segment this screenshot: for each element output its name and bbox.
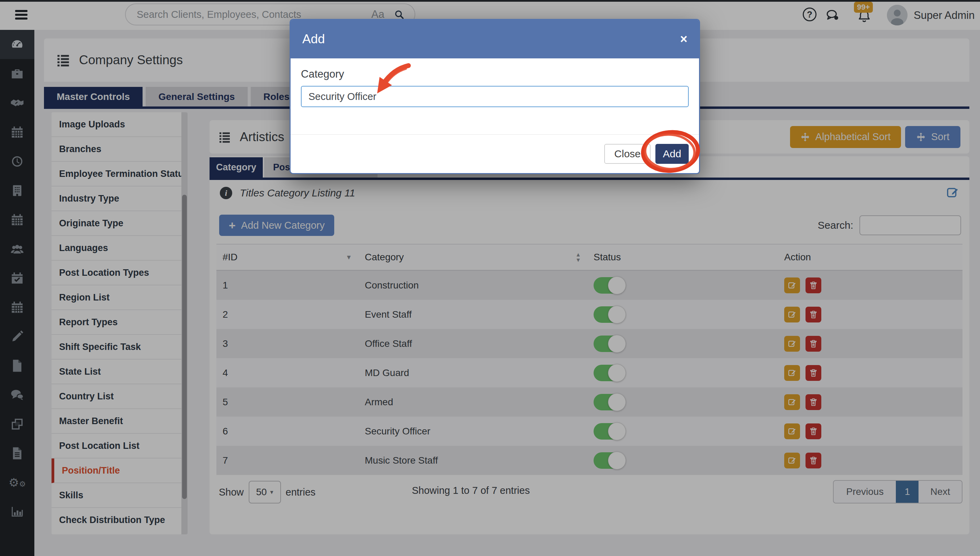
category-input[interactable] <box>301 86 689 107</box>
modal-add-button[interactable]: Add <box>655 144 689 164</box>
modal-header: Add × <box>291 20 699 58</box>
modal-footer: Close Add <box>291 134 699 173</box>
modal-close-button[interactable]: Close <box>604 144 650 164</box>
modal-title: Add <box>302 32 325 46</box>
modal-body: Category <box>291 58 699 107</box>
add-category-modal: Add × Category Close Add <box>289 19 700 174</box>
close-icon[interactable]: × <box>680 33 687 45</box>
category-field-label: Category <box>301 68 689 80</box>
app-root: Aa ? 99+ Super Admin <box>0 0 980 556</box>
